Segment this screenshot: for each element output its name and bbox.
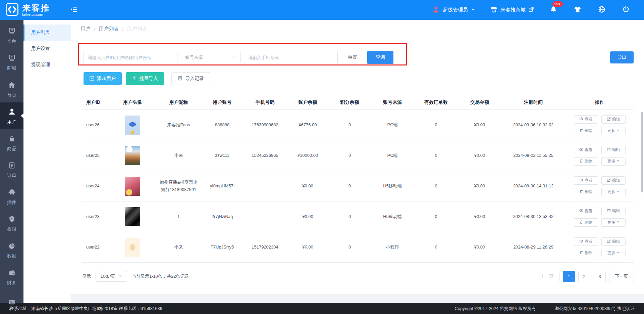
submenu-item[interactable]: 用户设置: [23, 41, 71, 57]
import-records-button[interactable]: 导入记录: [171, 72, 210, 85]
user-avatar: [125, 238, 140, 257]
sidebar-item-platform[interactable]: S 平台: [0, 22, 23, 49]
page-button-2[interactable]: 2: [578, 271, 590, 282]
reset-button[interactable]: 重置: [342, 51, 363, 64]
submenu-item[interactable]: 用户列表: [23, 25, 71, 41]
more-button[interactable]: 更多 ▼: [601, 218, 626, 227]
column-header: 账号来源: [371, 99, 414, 105]
logo-icon: [5, 3, 19, 17]
more-button[interactable]: 更多 ▼: [601, 127, 626, 135]
batch-import-button[interactable]: 批量导入: [126, 72, 164, 85]
cell-actions: 查看 编辑 删除 更多 ▼: [565, 115, 634, 135]
table-row: user24 微赞直播&拼享惠史提芬13189087591 yI0mpHM57I…: [82, 171, 634, 201]
main-content: 用户 / 用户列表 / 用户列表 账号来源 重置 查询 导出: [71, 20, 644, 303]
media-icon: [8, 298, 16, 307]
cell-account: 888888: [201, 121, 243, 129]
sidebar-item-orders[interactable]: 订单: [0, 156, 23, 183]
admin-menu[interactable]: 超级管理员: [432, 5, 475, 15]
table-row: user26 来客推Fans 888888 17630903682 ¥6776.…: [82, 110, 634, 140]
app-title: 来客推: [22, 3, 50, 12]
cell-actions: 查看 编辑 删除 更多 ▼: [565, 207, 634, 227]
prev-page-button[interactable]: 上一页: [535, 271, 559, 282]
shop-link[interactable]: 来客推商城: [490, 6, 534, 14]
more-button[interactable]: 更多 ▼: [601, 157, 626, 166]
edit-button[interactable]: 编辑: [601, 146, 626, 154]
delete-button[interactable]: 删除: [574, 249, 598, 257]
page-button-1[interactable]: 1: [563, 271, 575, 282]
column-header: 交易金额: [458, 99, 501, 105]
cell-account: 2r7jNziNJq: [201, 213, 243, 220]
view-button[interactable]: 查看: [574, 237, 598, 246]
bell-icon: [549, 5, 557, 14]
shop-decoration-button[interactable]: [573, 5, 582, 15]
content-panel: 用户 / 用户列表 / 用户列表 账号来源 重置 查询 导出: [71, 20, 644, 294]
sidebar-item-permissions[interactable]: 权限: [0, 210, 23, 237]
language-button[interactable]: [597, 5, 606, 15]
cell-user-id: user22: [82, 243, 109, 251]
batch-import-label: 批量导入: [139, 76, 158, 82]
logout-button[interactable]: [621, 5, 631, 15]
cell-user-id: user26: [82, 121, 109, 129]
notifications-button[interactable]: 99+: [549, 5, 558, 15]
sidebar-item-home[interactable]: 首页: [0, 76, 23, 102]
footer-police-record[interactable]: 湘公网安备 43010402000895号 执照认证: [555, 306, 635, 312]
page-button-3[interactable]: 3: [594, 271, 606, 282]
more-button[interactable]: 更多 ▼: [601, 188, 626, 196]
caret-down-icon: ▼: [617, 160, 620, 163]
cell-balance: ¥0.00: [287, 243, 329, 251]
search-button[interactable]: 查询: [367, 51, 393, 64]
view-button[interactable]: 查看: [574, 146, 598, 154]
edit-button[interactable]: 编辑: [601, 115, 626, 124]
primary-sidebar: S 平台 商城 首页 用户 商品 订单 插件 权限 数据 财务: [0, 20, 23, 303]
delete-button[interactable]: 删除: [574, 157, 598, 166]
delete-button[interactable]: 删除: [574, 218, 598, 227]
filter-bar: 账号来源 重置 查询 导出: [84, 51, 634, 64]
sidebar-item-goods[interactable]: 商品: [0, 129, 23, 156]
caret-down-icon: ▼: [617, 129, 620, 132]
vertical-scrollbar[interactable]: [641, 112, 643, 192]
view-button[interactable]: 查看: [574, 115, 598, 124]
export-button[interactable]: 导出: [610, 51, 634, 63]
more-button[interactable]: 更多 ▼: [601, 249, 626, 257]
breadcrumb-item[interactable]: 用户: [80, 26, 91, 32]
top-header: 来客推 laiketui.com 超级管理员 来客推商城: [0, 0, 644, 20]
cell-source: PC端: [371, 121, 414, 129]
sidebar-item-mall[interactable]: 商城: [0, 49, 23, 76]
cell-amount: ¥0.00: [458, 213, 501, 220]
cell-amount: ¥0.00: [458, 152, 501, 159]
edit-button[interactable]: 编辑: [601, 237, 626, 246]
page-size-select[interactable]: 10条/页: [96, 271, 127, 282]
cell-nickname: 来客推Fans: [156, 121, 201, 129]
view-button[interactable]: 查看: [574, 176, 598, 185]
caret-down-icon: ▼: [617, 221, 620, 224]
sidebar-item-finance[interactable]: 财务: [0, 264, 23, 290]
add-user-button[interactable]: 添加用户: [84, 72, 122, 85]
column-header: 注册时间: [501, 99, 565, 105]
trash-icon: [579, 128, 583, 133]
cell-orders: 0: [414, 152, 458, 159]
phone-input[interactable]: [244, 51, 338, 64]
sidebar-item-data[interactable]: 数据: [0, 237, 23, 264]
keyword-input[interactable]: [84, 51, 177, 64]
sidebar-item-plugins[interactable]: 插件: [0, 183, 23, 210]
submenu-item[interactable]: 提现管理: [23, 57, 71, 73]
table-body: user26 来客推Fans 888888 17630903682 ¥6776.…: [82, 110, 634, 263]
delete-button[interactable]: 删除: [574, 127, 598, 135]
next-page-button[interactable]: 下一页: [609, 271, 634, 282]
cell-amount: ¥0.00: [458, 243, 501, 251]
trash-icon: [579, 251, 583, 256]
tshirt-icon: [574, 5, 582, 14]
delete-button[interactable]: 删除: [574, 188, 598, 196]
view-button[interactable]: 查看: [574, 207, 598, 215]
edit-button[interactable]: 编辑: [601, 207, 626, 215]
collapse-sidebar-button[interactable]: [68, 4, 79, 16]
breadcrumb-current: 用户列表: [127, 26, 147, 32]
account-source-select[interactable]: 账号来源: [181, 51, 240, 64]
app-logo[interactable]: 来客推 laiketui.com: [0, 3, 66, 17]
sidebar-item-user[interactable]: 用户: [0, 102, 23, 129]
table-row: user23 1 2r7jNziNJq ¥0.00 0 H5移动端 0 ¥0.0…: [82, 201, 634, 232]
sidebar-item-media[interactable]: [0, 290, 23, 314]
breadcrumb-item[interactable]: 用户列表: [99, 26, 119, 32]
edit-button[interactable]: 编辑: [601, 176, 626, 185]
column-header: 用户账号: [201, 99, 243, 105]
